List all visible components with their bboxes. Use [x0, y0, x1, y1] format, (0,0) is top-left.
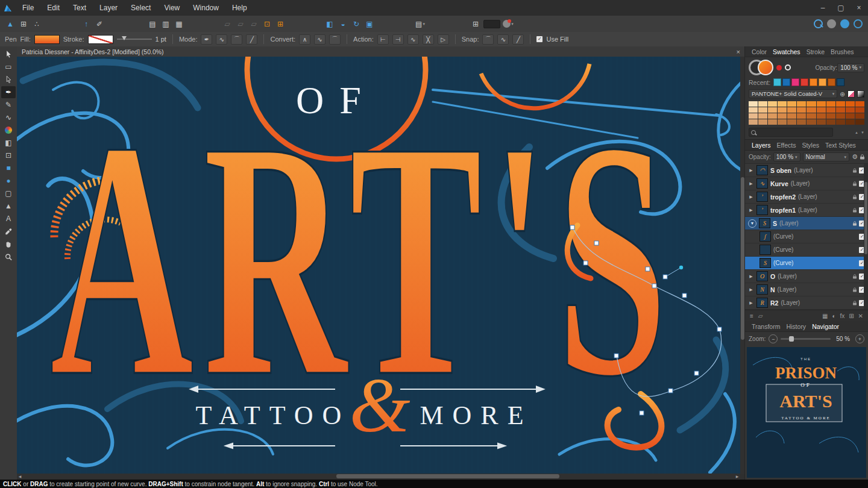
pencil-tool[interactable]: ✎: [1, 99, 16, 111]
expand-arrow-icon[interactable]: ▶: [748, 301, 754, 305]
color-swatch[interactable]: [807, 107, 816, 113]
triangle-tool[interactable]: ▲: [1, 200, 16, 212]
expand-arrow-icon[interactable]: ▶: [748, 168, 754, 173]
color-swatch[interactable]: [758, 113, 767, 119]
convert-sharp-button[interactable]: ∧: [299, 34, 310, 45]
rectangle-tool[interactable]: ■: [1, 162, 16, 174]
menu-edit[interactable]: Edit: [40, 0, 66, 16]
color-swatch[interactable]: [768, 113, 777, 119]
navigator-preview[interactable]: THE PRISON OF ART'S TATTOO & MORE: [747, 347, 866, 478]
color-swatch[interactable]: [855, 113, 864, 119]
edit-fill-button[interactable]: ✐: [93, 18, 106, 30]
color-swatch[interactable]: [836, 119, 845, 125]
reverse-curves-button[interactable]: ▷: [438, 34, 449, 45]
tab-close-icon[interactable]: ×: [737, 48, 740, 55]
color-swatch[interactable]: [758, 101, 767, 107]
maximize-button[interactable]: ▢: [832, 0, 850, 16]
layer-row-tropfen2[interactable]: ▶ ’ tropfen2 (Layer) ✓: [745, 190, 868, 204]
blend-mode-dropdown[interactable]: Normal ▾: [803, 152, 850, 161]
stroke-swatch[interactable]: [88, 35, 113, 44]
curve-row-2[interactable]: (Curve) ✓: [745, 243, 868, 257]
point-transform-button[interactable]: ∴: [30, 18, 43, 30]
feedback-button[interactable]: [825, 18, 838, 30]
collapse-arrow-icon[interactable]: ▼: [748, 219, 756, 228]
layer-row-tropfen1[interactable]: ▶ ’ tropfen1 (Layer) ✓: [745, 204, 868, 217]
color-swatch[interactable]: [787, 107, 796, 113]
color-swatch[interactable]: [817, 119, 826, 125]
color-swatch[interactable]: [778, 113, 787, 119]
account-button[interactable]: [851, 18, 864, 30]
menu-text[interactable]: Text: [66, 0, 93, 16]
zoom-value[interactable]: 50 %: [836, 336, 850, 342]
line-mode-button[interactable]: ╱: [246, 34, 257, 45]
close-curve-button[interactable]: ⊣: [392, 34, 404, 45]
scroll-left-icon[interactable]: ◀: [17, 474, 23, 478]
layers-opacity-dropdown[interactable]: 100 % ▾: [773, 152, 800, 161]
color-swatch[interactable]: [819, 78, 826, 86]
color-swatch[interactable]: [846, 107, 855, 113]
color-swatch[interactable]: [836, 107, 845, 113]
color-swatch[interactable]: [758, 119, 767, 125]
mask-layer-icon[interactable]: ▦: [822, 313, 828, 319]
artboard-tool[interactable]: ▭: [1, 61, 16, 73]
control-handle-point[interactable]: [679, 266, 683, 269]
color-swatch[interactable]: [773, 78, 781, 86]
lock-icon[interactable]: [860, 154, 864, 160]
color-swatch[interactable]: [791, 78, 799, 86]
menu-file[interactable]: File: [16, 0, 40, 16]
color-swatch[interactable]: [749, 119, 758, 125]
curve-row-3-selected[interactable]: S (Curve) ✓: [745, 257, 868, 270]
palette-dropdown[interactable]: PANTONE+ Solid Coated-V ▾: [749, 89, 837, 98]
tab-brushes[interactable]: Brushes: [828, 48, 857, 55]
color-swatch[interactable]: [846, 119, 855, 125]
lock-icon[interactable]: [853, 274, 857, 279]
distribute-button[interactable]: ▦: [172, 18, 186, 30]
view-hand-tool[interactable]: [1, 238, 16, 250]
color-swatch[interactable]: [778, 101, 787, 107]
lock-icon[interactable]: [853, 195, 857, 199]
tab-swatches[interactable]: Swatches: [770, 48, 804, 55]
color-swatch[interactable]: [782, 78, 790, 86]
zoom-in-button[interactable]: +: [855, 334, 864, 343]
use-fill-checkbox[interactable]: ✓: [536, 36, 542, 42]
lock-icon[interactable]: [853, 221, 857, 226]
layer-effects-icon[interactable]: fx: [840, 313, 844, 319]
color-swatch[interactable]: [817, 101, 826, 107]
rounded-rectangle-tool[interactable]: ▢: [1, 187, 16, 199]
expand-arrow-icon[interactable]: ▶: [748, 287, 754, 292]
color-swatch[interactable]: [826, 119, 835, 125]
pen-tool[interactable]: ✒: [1, 86, 16, 98]
scroll-right-icon[interactable]: ▶: [734, 474, 740, 478]
lock-icon[interactable]: [853, 208, 857, 213]
color-swatch[interactable]: [787, 119, 796, 125]
sync-account-button[interactable]: [838, 18, 851, 30]
color-swatch[interactable]: [778, 119, 787, 125]
horizontal-scrollbar-thumb[interactable]: [336, 474, 559, 478]
fill-tool[interactable]: [1, 124, 16, 136]
zoom-slider-thumb[interactable]: [789, 336, 794, 342]
color-swatch[interactable]: [778, 107, 787, 113]
horizontal-scrollbar[interactable]: ◀ ▶: [17, 474, 740, 479]
transparency-tool[interactable]: ◧: [1, 137, 16, 149]
layer-row-s-oben[interactable]: ▶ ◠ S oben (Layer) ✓: [745, 164, 868, 177]
color-swatch[interactable]: [855, 119, 864, 125]
color-swatch[interactable]: [817, 113, 826, 119]
layers-scrollbar[interactable]: [864, 164, 868, 310]
adjustment-layer-icon[interactable]: ◐: [832, 313, 835, 319]
assets-grid-button[interactable]: ⊞: [469, 18, 482, 30]
color-swatch[interactable]: [807, 119, 816, 125]
expand-arrow-icon[interactable]: ▶: [748, 195, 754, 199]
layer-options-icon[interactable]: ≡: [750, 313, 753, 319]
lock-icon[interactable]: [853, 287, 857, 292]
align-horizontal-button[interactable]: ▤: [146, 18, 159, 30]
align-vertical-button[interactable]: ▥: [159, 18, 172, 30]
move-to-front-button[interactable]: ↑: [80, 18, 93, 30]
palette-globe-icon[interactable]: ⊕: [840, 90, 845, 98]
move-tool[interactable]: [1, 48, 16, 60]
duplicate-button[interactable]: ▣: [363, 18, 376, 30]
node-tool[interactable]: [1, 74, 16, 86]
color-swatch[interactable]: [837, 78, 844, 86]
menu-window[interactable]: Window: [186, 0, 225, 16]
color-swatch[interactable]: [768, 119, 777, 125]
stroke-width-value[interactable]: 1 pt: [156, 36, 166, 43]
